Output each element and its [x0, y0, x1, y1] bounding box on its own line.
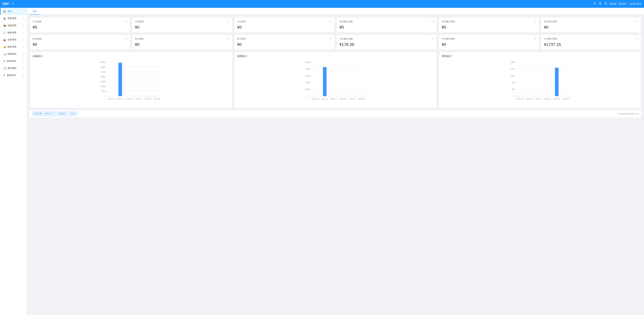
stat-value-today-purchase: ¥0 [33, 25, 127, 30]
info-icon-today-retail[interactable]: ⓘ [329, 20, 332, 23]
sidebar: 🏠 首页 🏪 零售管理 ∨ 📦 采购管理 ∨ 🛒 销售管理 ∨ 🏭 仓库管理 ∨… [0, 8, 27, 315]
svg-text:30000: 30000 [100, 66, 106, 68]
info-icon-year-retail[interactable]: ⓘ [636, 38, 638, 41]
stat-value-today-sales: ¥0 [135, 25, 230, 30]
svg-text:2022-12: 2022-12 [535, 98, 542, 100]
charts-grid: 采购统计350003000025000200001500010000500002… [30, 52, 641, 108]
sidebar-label-retail: 零售管理 [8, 17, 16, 20]
sidebar-icon-goods: 🛍 [3, 60, 6, 63]
copyright-text: © 2022-2030 ERP V3.2 [618, 113, 638, 115]
svg-text:400: 400 [512, 88, 514, 90]
info-icon-today-purchase[interactable]: ⓘ [125, 20, 127, 23]
sidebar-icon-sales: 🛒 [3, 31, 6, 34]
sidebar-arrow-warehouse: ∨ [23, 39, 24, 41]
chart-title-retail-chart: 零售统计 [442, 55, 638, 58]
svg-text:2023-01: 2023-01 [544, 98, 551, 100]
chart-svg-retail-chart: 20001600120080040002022-102022-112022-12… [442, 61, 638, 105]
sidebar-icon-system: ⚙ [3, 74, 6, 77]
chart-card-purchase-chart: 采购统计350003000025000200001500010000500002… [30, 52, 232, 108]
sidebar-arrow-finance: ∨ [23, 46, 24, 48]
svg-text:2023-01: 2023-01 [340, 98, 346, 100]
license-value: 2/2000 [69, 113, 75, 115]
sidebar-item-finance[interactable]: 💰 财务管理 ∨ [0, 43, 27, 51]
stat-value-month-retail: ¥0 [544, 25, 638, 30]
service-date-tag: 服务到期：2099-02-17 [32, 112, 56, 116]
service-date-value: 2099-02-17 [44, 113, 54, 115]
stat-value-yesterday-sales: ¥0 [135, 42, 230, 47]
svg-rect-24 [118, 63, 122, 96]
stat-card-today-retail: 今日零售 ⓘ ¥0 [234, 17, 334, 33]
welcome-text: 欢迎您，测试用户 [610, 2, 628, 6]
info-icon-month-purchase[interactable]: ⓘ [432, 20, 434, 23]
stat-label-year-retail: 今年累计零售 [544, 38, 557, 41]
sidebar-item-basic[interactable]: 📋 基本资料 ∨ [0, 65, 27, 72]
sidebar-icon-finance: 💰 [3, 46, 6, 48]
svg-rect-66 [555, 68, 558, 96]
info-icon-month-sales[interactable]: ⓘ [534, 20, 536, 23]
svg-rect-44 [323, 67, 327, 96]
sidebar-icon-retail: 🏪 [3, 17, 6, 20]
sidebar-item-report[interactable]: 📊 报表查询 ∨ [0, 51, 27, 58]
stat-label-yesterday-retail: 昨日零售 [237, 38, 246, 41]
stat-label-month-retail: 本月累计零售 [544, 20, 557, 23]
sidebar-arrow-purchase: ∨ [23, 25, 24, 27]
chart-title-sales-chart: 销售统计 [237, 55, 434, 58]
svg-text:20000: 20000 [100, 76, 106, 78]
sidebar-label-purchase: 采购管理 [8, 24, 16, 27]
search-icon[interactable] [594, 2, 596, 6]
header-right: 欢迎您，测试用户 G 退出登录 [594, 2, 641, 6]
sidebar-item-home[interactable]: 🏠 首页 [0, 8, 27, 15]
sidebar-label-home: 首页 [8, 10, 12, 13]
sidebar-label-warehouse: 仓库管理 [8, 38, 16, 41]
svg-text:15000: 15000 [100, 81, 106, 83]
sidebar-item-system[interactable]: ⚙ 系统管理 ∨ [0, 72, 27, 79]
info-icon-year-purchase[interactable]: ⓘ [432, 38, 434, 41]
svg-text:35000: 35000 [100, 61, 106, 63]
tab-home[interactable]: 首页 [30, 9, 40, 15]
stat-label-today-retail: 今日零售 [237, 20, 246, 23]
sidebar-item-purchase[interactable]: 📦 采购管理 ∨ [0, 22, 27, 29]
stats-row-2: 昨日采购 ⓘ ¥0 昨日销售 ⓘ ¥0 昨日零售 ⓘ ¥0 今年累计采购 ⓘ ¥… [30, 35, 641, 50]
svg-text:30000: 30000 [305, 75, 310, 77]
stat-label-year-sales: 今年累计销售 [442, 38, 455, 41]
svg-point-0 [594, 3, 596, 4]
svg-text:5000: 5000 [102, 90, 106, 92]
stat-label-month-sales: 本月累计销售 [442, 20, 455, 23]
sidebar-label-finance: 财务管理 [8, 45, 16, 48]
chart-title-purchase-chart: 采购统计 [33, 55, 230, 58]
sidebar-item-retail[interactable]: 🏪 零售管理 ∨ [0, 15, 27, 22]
license-label: 授权用户： [59, 113, 69, 115]
stat-label-yesterday-purchase: 昨日采购 [33, 38, 42, 41]
chart-svg-sales-chart: 500004000030000200001000002022-102022-11… [237, 61, 434, 105]
stat-card-today-purchase: 今日采购 ⓘ ¥0 [30, 17, 130, 33]
svg-text:40000: 40000 [305, 68, 310, 70]
sidebar-item-warehouse[interactable]: 🏭 仓库管理 ∨ [0, 36, 27, 43]
stat-card-year-sales: 今年累计销售 ⓘ ¥0 [439, 35, 539, 50]
svg-text:50000: 50000 [305, 61, 310, 63]
app-logo: ERP [3, 2, 9, 6]
svg-text:2022-12: 2022-12 [330, 98, 337, 100]
sidebar-label-basic: 基本资料 [8, 67, 16, 70]
trash-icon[interactable] [599, 2, 602, 6]
info-icon-today-sales[interactable]: ⓘ [227, 20, 230, 23]
content-area: 今日采购 ⓘ ¥0 今日销售 ⓘ ¥0 今日零售 ⓘ ¥0 本月累计采购 ⓘ ¥… [27, 15, 644, 120]
info-icon-year-sales[interactable]: ⓘ [534, 38, 536, 41]
logout-button[interactable]: G 退出登录 [630, 2, 641, 6]
chart-card-retail-chart: 零售统计20001600120080040002022-102022-11202… [439, 52, 641, 108]
stat-value-month-sales: ¥0 [442, 25, 536, 30]
sidebar-icon-purchase: 📦 [3, 24, 6, 27]
svg-text:2023-03: 2023-03 [358, 98, 365, 100]
bell-icon[interactable] [604, 2, 607, 6]
info-icon-yesterday-sales[interactable]: ⓘ [227, 38, 230, 41]
sidebar-item-goods[interactable]: 🛍 商品管理 ∨ [0, 58, 27, 65]
stat-card-month-purchase: 本月累计采购 ⓘ ¥0 [337, 17, 437, 33]
service-date-label: 服务到期： [34, 113, 44, 115]
svg-text:25000: 25000 [100, 71, 106, 73]
svg-line-1 [595, 4, 596, 5]
info-icon-month-retail[interactable]: ⓘ [636, 20, 638, 23]
sidebar-item-sales[interactable]: 🛒 销售管理 ∨ [0, 29, 27, 36]
info-icon-yesterday-retail[interactable]: ⓘ [329, 38, 332, 41]
info-icon-yesterday-purchase[interactable]: ⓘ [125, 38, 127, 41]
menu-toggle-icon[interactable]: ≡ [12, 2, 14, 6]
stat-card-month-retail: 本月累计零售 ⓘ ¥0 [541, 17, 642, 33]
